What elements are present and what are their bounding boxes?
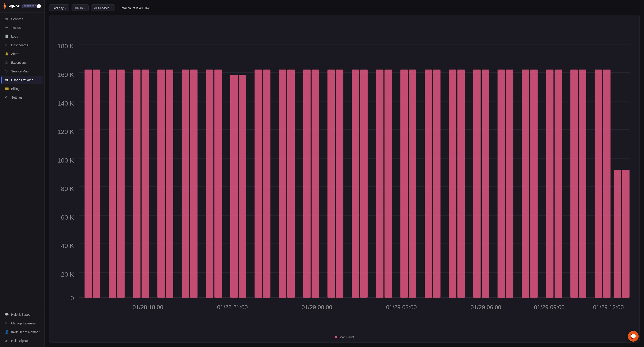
traces-icon: 〜 [5,26,9,30]
svg-rect-41 [254,70,262,298]
chart-container: 180 K 160 K 140 K 120 K 100 K 80 K 60 K … [49,15,640,342]
svg-rect-49 [352,70,359,298]
svg-rect-37 [206,70,213,298]
granularity-label: Hours [75,6,83,10]
svg-rect-46 [312,70,319,298]
svg-rect-63 [522,70,529,298]
svg-text:01/29 03:00: 01/29 03:00 [386,304,416,310]
sidebar-item-label-exceptions: Exceptions [11,61,26,64]
sidebar-item-invite-team-member[interactable]: 👤 Invite Team Member [1,328,43,336]
time-range-dropdown[interactable]: Last day ▾ [49,4,69,12]
service-label: All Services [94,6,109,10]
logs-icon: 📄 [5,34,9,38]
settings-icon: ⚙ [5,96,9,100]
sidebar-item-label-hello-signoz: Hello SigNoz [11,339,29,342]
svg-rect-57 [449,70,456,298]
svg-rect-44 [287,70,295,298]
svg-rect-64 [530,70,538,298]
sidebar-item-services[interactable]: ▦ Services [1,15,43,23]
toggle-knob [37,4,41,8]
sidebar-item-billing[interactable]: 💳 Billing [1,84,43,93]
sidebar-nav: ▦ Services 〜 Traces 📄 Logs ⊞ Dashboards … [0,13,44,308]
sidebar-item-help-support[interactable]: 💬 Help & Support [1,310,43,319]
chevron-down-icon: ▾ [84,7,85,9]
sidebar-item-dashboards[interactable]: ⊞ Dashboards [1,41,43,50]
svg-rect-51 [376,70,384,298]
logo-icon: S [4,3,6,10]
svg-text:100 K: 100 K [58,157,74,164]
svg-text:80 K: 80 K [61,185,74,192]
svg-rect-28 [93,70,100,298]
chat-button[interactable]: 💬 [628,331,639,342]
sidebar-item-label-help-support: Help & Support [11,313,32,316]
time-range-label: Last day [52,6,64,10]
svg-text:01/29 09:00: 01/29 09:00 [534,304,564,310]
sidebar-item-label-settings: Settings [11,96,22,99]
services-icon: ▦ [5,17,9,21]
svg-rect-34 [166,70,173,298]
sidebar-item-usage-explorer[interactable]: ▤ Usage Explorer [1,76,43,84]
sidebar-bottom: 💬 Help & Support ⊞ Manage Licenses 👤 Inv… [0,308,44,347]
svg-rect-33 [158,70,165,298]
main-content: Last day ▾ Hours ▾ All Services ▾ Total … [45,0,644,347]
svg-text:20 K: 20 K [61,271,74,278]
sidebar-item-label-services: Services [11,17,23,21]
svg-rect-53 [400,70,408,298]
sidebar-item-label-invite-team-member: Invite Team Member [11,330,40,334]
service-map-icon: ⬡ [5,69,9,73]
svg-rect-61 [498,70,505,298]
sidebar-item-exceptions[interactable]: ⚠ Exceptions [1,58,43,67]
svg-text:140 K: 140 K [58,100,74,107]
svg-text:01/28 21:00: 01/28 21:00 [217,304,248,310]
svg-rect-72 [622,170,630,298]
svg-text:40 K: 40 K [61,242,74,249]
logo-text: SigNoz [8,4,20,8]
granularity-dropdown[interactable]: Hours ▾ [72,4,88,12]
svg-rect-31 [133,70,140,298]
chart-legend: Span Count [54,335,635,339]
svg-rect-67 [570,70,578,298]
chevron-down-icon: ▾ [111,7,112,9]
svg-rect-66 [554,70,562,298]
invite-team-member-icon: 👤 [5,330,9,334]
alerts-icon: 🔔 [5,52,9,56]
svg-rect-38 [214,70,222,298]
svg-rect-65 [546,70,554,298]
svg-rect-60 [482,70,489,298]
dashboards-icon: ⊞ [5,43,9,47]
billing-icon: 💳 [5,87,9,91]
sidebar-item-label-billing: Billing [11,87,20,90]
legend-dot [335,336,337,338]
sidebar: S SigNoz ENTERPRISE ▦ Services 〜 Traces … [0,0,45,347]
chat-icon: 💬 [630,334,636,339]
help-support-icon: 💬 [5,312,9,316]
svg-rect-54 [409,70,416,298]
toolbar: Last day ▾ Hours ▾ All Services ▾ Total … [49,4,640,12]
sidebar-item-label-service-map: Service Map [11,70,28,73]
svg-text:180 K: 180 K [58,42,74,50]
svg-rect-27 [84,70,92,298]
svg-rect-29 [109,70,116,298]
sidebar-item-alerts[interactable]: 🔔 Alerts [1,50,43,58]
sidebar-item-manage-licenses[interactable]: ⊞ Manage Licenses [1,319,43,328]
svg-rect-69 [595,70,602,298]
service-dropdown[interactable]: All Services ▾ [91,4,115,12]
hello-signoz-icon: ◉ [5,339,9,343]
sidebar-item-traces[interactable]: 〜 Traces [1,24,43,32]
svg-text:160 K: 160 K [58,71,74,78]
svg-rect-70 [603,70,610,298]
svg-rect-43 [279,70,286,298]
svg-rect-50 [360,70,368,298]
svg-rect-58 [457,70,465,298]
svg-text:01/28 18:00: 01/28 18:00 [132,304,163,310]
svg-rect-45 [303,70,310,298]
manage-licenses-icon: ⊞ [5,321,9,325]
sidebar-item-label-logs: Logs [11,35,18,38]
sidebar-item-service-map[interactable]: ⬡ Service Map [1,67,43,76]
svg-text:60 K: 60 K [61,214,74,221]
svg-rect-30 [117,70,124,298]
sidebar-item-settings[interactable]: ⚙ Settings [1,93,43,102]
sidebar-item-logs[interactable]: 📄 Logs [1,32,43,41]
sidebar-item-hello-signoz[interactable]: ◉ Hello SigNoz [1,336,43,345]
chart-bars [84,70,630,298]
